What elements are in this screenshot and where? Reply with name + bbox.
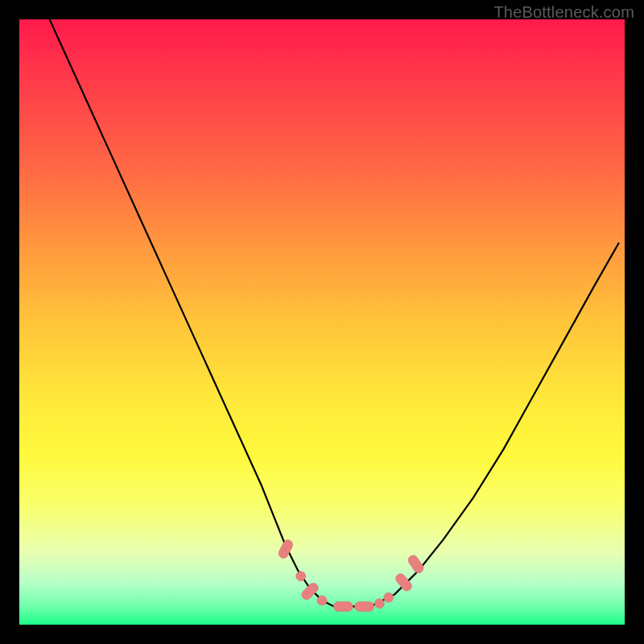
chart-frame: TheBottleneck.com — [0, 0, 644, 644]
marker-capsule — [407, 554, 426, 576]
marker-dot — [296, 572, 306, 581]
bottleneck-curve — [50, 19, 619, 606]
marker-dot — [374, 599, 384, 609]
curve-layer — [19, 19, 625, 625]
marker-capsule — [299, 581, 320, 601]
marker-dot — [384, 592, 394, 602]
plot-area — [19, 19, 625, 625]
marker-capsule — [355, 601, 374, 611]
attribution-watermark: TheBottleneck.com — [493, 3, 634, 22]
marker-capsule — [394, 572, 414, 592]
marker-dot — [317, 596, 327, 605]
marker-capsule — [333, 601, 353, 611]
